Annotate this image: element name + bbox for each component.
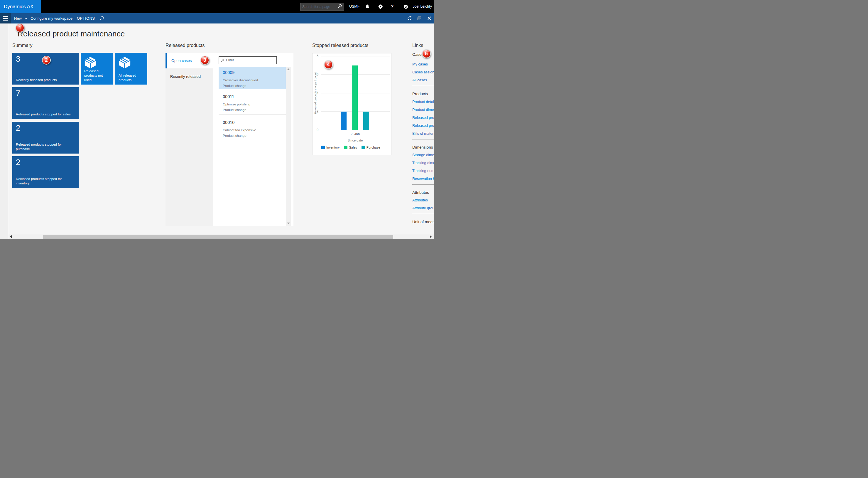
chart-legend: InventorySalesPurchase	[321, 146, 390, 149]
link-tracking-numbers[interactable]: Tracking numb	[412, 169, 434, 173]
page-search-input[interactable]	[302, 5, 337, 9]
scroll-down-icon[interactable]	[287, 222, 290, 224]
link-released-products-1[interactable]: Released produ	[412, 116, 434, 120]
bar-purchase	[363, 112, 369, 130]
search-icon[interactable]	[337, 4, 342, 10]
tile-released-products-not-used[interactable]: Released products not used	[81, 53, 113, 85]
y-tick-label: 0	[317, 128, 318, 131]
gridline	[321, 56, 390, 56]
tile-all-released-products[interactable]: All released products	[115, 53, 147, 85]
scroll-right-icon[interactable]	[430, 235, 432, 238]
case-type: Product change	[223, 108, 247, 112]
feedback-smiley-icon[interactable]	[403, 4, 409, 10]
link-bills-of-materials[interactable]: Bills of materia	[412, 131, 434, 136]
app-logo[interactable]: Dynamics AX	[0, 0, 41, 13]
legend-swatch	[321, 146, 325, 149]
legend-swatch	[344, 146, 347, 149]
link-product-dimensions[interactable]: Product dimens	[412, 108, 434, 112]
close-icon[interactable]	[427, 16, 432, 21]
settings-gear-icon[interactable]	[378, 4, 383, 10]
y-tick-label: 4	[317, 91, 318, 94]
link-my-cases[interactable]: My cases	[412, 62, 428, 66]
case-title: Crossover discontinued	[223, 79, 258, 82]
collapsed-nav-pane[interactable]	[0, 24, 8, 239]
tile-label: Released products stopped for purchase	[16, 142, 76, 151]
tile-stopped-for-purchase[interactable]: 2 Released products stopped for purchase	[12, 122, 79, 154]
link-attribute-groups[interactable]: Attribute group	[412, 206, 434, 210]
filter-input[interactable]	[226, 58, 275, 62]
page-title: Released product maintenance	[18, 29, 125, 38]
legend-item-sales: Sales	[344, 146, 357, 149]
list-scrollbar[interactable]	[286, 67, 291, 226]
open-in-new-window-icon[interactable]	[417, 16, 422, 21]
tile-count: 7	[16, 89, 20, 98]
link-reservation-hierarchy[interactable]: Reservation hie	[412, 177, 434, 181]
case-list-item[interactable]: 00009 Crossover discontinued Product cha…	[219, 67, 286, 89]
link-tracking-dimensions[interactable]: Tracking dimen	[412, 161, 434, 165]
case-type: Product change	[223, 84, 247, 88]
case-list-item[interactable]: 00010 Cabinet too expensive Product chan…	[219, 115, 286, 141]
tile-stopped-for-inventory[interactable]: 2 Released products stopped for inventor…	[12, 156, 79, 188]
links-group-heading-attributes: Attributes	[412, 190, 429, 195]
stopped-products-section-heading: Stopped released products	[312, 43, 368, 48]
case-title: Cabinet too expensive	[223, 128, 256, 132]
legend-item-purchase: Purchase	[362, 146, 380, 149]
link-released-products-2[interactable]: Released produ	[412, 124, 434, 128]
filter-search-icon	[221, 58, 224, 62]
scroll-up-icon[interactable]	[287, 68, 290, 70]
links-column: Links Cases My cases Cases assigned All …	[412, 0, 434, 232]
link-storage-dimensions[interactable]: Storage dimens	[412, 153, 434, 157]
configure-workspace-button[interactable]: Configure my workspace	[31, 13, 72, 24]
options-menu-button[interactable]: OPTIONS	[77, 13, 95, 24]
released-products-panel: Open cases Recently released 00009 Cross…	[165, 53, 293, 226]
help-icon[interactable]: ?	[391, 0, 394, 13]
app-window: Dynamics AX USMF ?	[0, 0, 434, 239]
nav-bar: New Configure my workspace OPTIONS	[0, 13, 434, 24]
tile-stopped-for-sales[interactable]: 7 Released products stopped for sales	[12, 87, 79, 119]
links-group-heading-unit-of-measure: Unit of measu	[412, 220, 434, 224]
horizontal-scrollbar[interactable]	[8, 234, 434, 239]
bar-inventory	[341, 112, 346, 130]
released-products-section-heading: Released products	[165, 43, 205, 48]
chart-x-axis-label: Since date	[321, 139, 390, 142]
divider	[412, 86, 434, 86]
hamburger-menu-icon[interactable]	[0, 13, 11, 24]
link-all-cases[interactable]: All cases	[412, 78, 427, 82]
divider	[412, 139, 434, 140]
user-menu[interactable]: Joel Leichty	[412, 0, 432, 13]
link-cases-assigned[interactable]: Cases assigned	[412, 70, 434, 74]
new-menu-button[interactable]: New	[14, 13, 27, 24]
case-title: Optimize polishing	[223, 102, 250, 106]
tab-label: Open cases	[172, 58, 192, 63]
company-selector[interactable]: USMF	[349, 0, 360, 13]
summary-section-heading: Summary	[12, 43, 32, 48]
annotation-callout-5: 5	[422, 49, 431, 58]
notifications-bell-icon[interactable]	[365, 4, 370, 10]
refresh-icon[interactable]	[407, 16, 412, 21]
annotation-callout-3: 3	[200, 56, 209, 65]
link-attributes[interactable]: Attributes	[412, 198, 428, 202]
tile-label: Released products stopped for inventory	[16, 177, 76, 185]
tile-count: 2	[16, 158, 20, 167]
links-group-heading-dimensions: Dimensions	[412, 145, 433, 149]
annotation-callout-1: 1	[16, 24, 24, 32]
tab-label: Recently released	[170, 74, 201, 79]
tile-label: Released products not used	[84, 69, 110, 82]
nav-search-icon[interactable]	[99, 16, 104, 21]
tile-label: All released products	[119, 73, 144, 82]
tab-recently-released[interactable]: Recently released	[165, 68, 213, 81]
tile-count: 3	[16, 55, 20, 64]
scroll-left-icon[interactable]	[10, 235, 12, 238]
filter-box[interactable]	[219, 56, 277, 64]
tile-count: 2	[16, 124, 20, 133]
link-product-details[interactable]: Product details	[412, 100, 434, 104]
case-id: 00011	[223, 94, 234, 99]
legend-item-inventory: Inventory	[321, 146, 340, 149]
scrollbar-thumb[interactable]	[43, 235, 393, 239]
case-list-item[interactable]: 00011 Optimize polishing Product change	[219, 89, 286, 115]
divider	[412, 214, 434, 214]
product-box-icon	[119, 57, 131, 69]
tab-column	[165, 68, 213, 226]
page-search-box[interactable]	[300, 3, 344, 10]
y-tick-label: 8	[317, 54, 318, 58]
